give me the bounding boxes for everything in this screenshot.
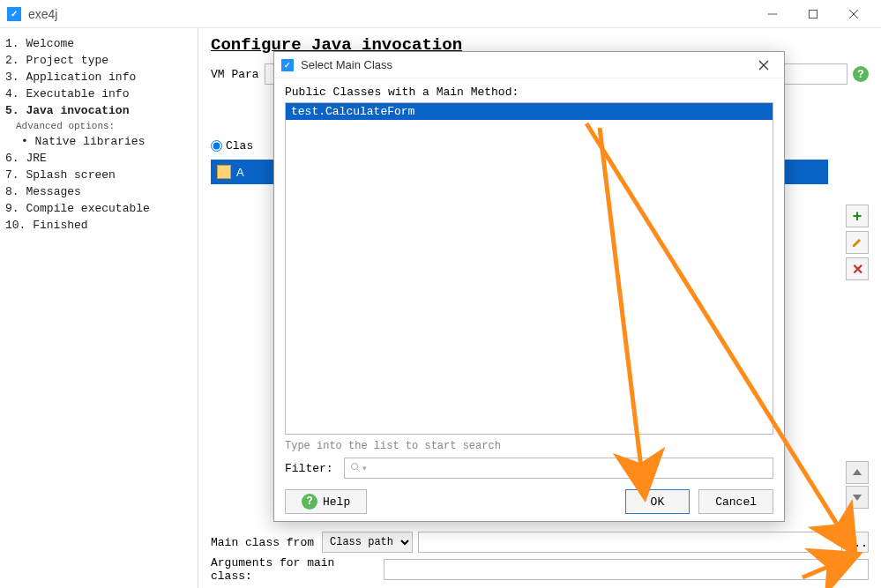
step-welcome[interactable]: 1. Welcome — [5, 35, 192, 52]
close-button[interactable] — [833, 0, 874, 28]
minimize-button[interactable] — [752, 0, 793, 28]
classpath-radio[interactable] — [211, 140, 222, 152]
help-button[interactable]: ? Help — [285, 489, 367, 514]
filter-input[interactable] — [367, 462, 767, 474]
ok-button[interactable]: OK — [625, 489, 691, 514]
main-class-source-combo[interactable]: Class path — [322, 532, 413, 553]
svg-rect-1 — [810, 10, 818, 18]
browse-main-class-button[interactable]: ... — [846, 532, 869, 553]
move-down-button[interactable] — [846, 486, 869, 509]
search-icon — [350, 462, 361, 475]
class-list-item[interactable]: test.CalculateForm — [286, 103, 773, 120]
advanced-native-libraries[interactable]: • Native libraries — [5, 133, 192, 150]
step-project-type[interactable]: 2. Project type — [5, 52, 192, 69]
svg-point-6 — [351, 463, 357, 469]
step-splash-screen[interactable]: 7. Splash screen — [5, 167, 192, 183]
help-icon[interactable]: ? — [853, 66, 869, 82]
maximize-button[interactable] — [793, 0, 833, 28]
classpath-radio-label: Clas — [226, 139, 253, 153]
edit-button[interactable] — [846, 231, 869, 254]
select-main-class-dialog: ✓ Select Main Class Public Classes with … — [273, 51, 785, 522]
app-title: exe4j — [28, 7, 57, 21]
dialog-app-icon: ✓ — [281, 59, 294, 71]
step-messages[interactable]: 8. Messages — [5, 183, 192, 200]
dialog-titlebar: ✓ Select Main Class — [274, 52, 784, 78]
step-application-info[interactable]: 3. Application info — [5, 69, 192, 86]
jar-file-icon — [217, 165, 231, 179]
help-icon: ? — [302, 494, 317, 510]
svg-line-7 — [357, 469, 360, 472]
dialog-title: Select Main Class — [301, 58, 392, 71]
help-button-label: Help — [323, 495, 350, 509]
add-button[interactable]: + — [846, 205, 869, 227]
app-icon: ✓ — [7, 7, 21, 21]
class-list-label: Public Classes with a Main Method: — [285, 86, 773, 99]
window-titlebar: ✓ exe4j — [0, 0, 881, 28]
search-hint: Type into the list to start search — [285, 440, 773, 452]
args-input[interactable] — [384, 559, 869, 580]
step-executable-info[interactable]: 4. Executable info — [5, 86, 192, 102]
filter-label: Filter: — [285, 462, 333, 475]
delete-button[interactable]: ✕ — [846, 257, 869, 280]
step-jre[interactable]: 6. JRE — [5, 150, 192, 167]
main-class-input[interactable] — [418, 532, 842, 553]
class-list[interactable]: test.CalculateForm — [285, 102, 773, 435]
move-up-button[interactable] — [846, 461, 869, 484]
window-controls — [752, 0, 874, 28]
step-java-invocation[interactable]: 5. Java invocation — [5, 102, 192, 119]
dialog-close-button[interactable] — [750, 52, 777, 78]
wizard-sidebar: 1. Welcome 2. Project type 3. Applicatio… — [0, 28, 198, 588]
cancel-button[interactable]: Cancel — [698, 489, 773, 514]
step-compile-executable[interactable]: 9. Compile executable — [5, 200, 192, 217]
main-class-label: Main class from — [211, 536, 317, 549]
vm-params-label: VM Para — [211, 68, 259, 81]
filter-input-wrapper: ▾ — [344, 458, 773, 479]
args-label: Arguments for main class: — [211, 556, 378, 583]
step-finished[interactable]: 10. Finished — [5, 217, 192, 234]
classpath-item-label: A — [236, 166, 244, 179]
advanced-options-label: Advanced options: — [5, 119, 192, 133]
